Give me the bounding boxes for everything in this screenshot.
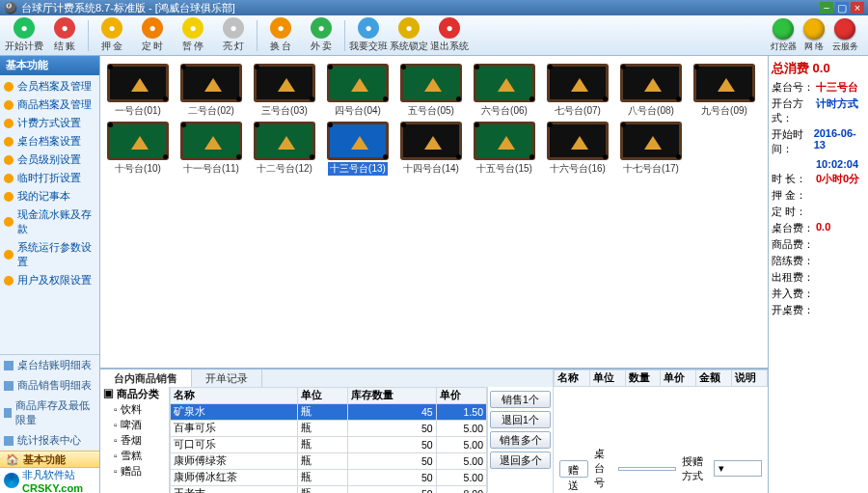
sidebar-item[interactable]: 商品档案及管理 (0, 96, 99, 114)
pool-icon (620, 122, 682, 160)
toolbar-icon: ● (54, 17, 75, 39)
pool-icon (180, 122, 242, 160)
status-灯控器[interactable]: 灯控器 (770, 18, 797, 53)
pool-table[interactable]: 十三号台(13) (324, 122, 392, 176)
product-table: 名称单位库存数量单价矿泉水瓶451.50百事可乐瓶505.00可口可乐瓶505.… (170, 387, 487, 493)
toolbar-押 金[interactable]: ●押 金 (92, 16, 132, 55)
pool-table[interactable]: 十号台(10) (104, 122, 172, 176)
toolbar-icon: ● (311, 17, 332, 39)
toolbar-icon: ● (358, 17, 379, 39)
pool-table[interactable]: 八号台(08) (617, 64, 685, 118)
sidebar-item[interactable]: 会员档案及管理 (0, 77, 99, 96)
max-button[interactable]: ▢ (835, 2, 849, 14)
pool-table[interactable]: 四号台(04) (324, 64, 392, 118)
sidebar-bar[interactable]: 🏠基本功能 (0, 451, 99, 468)
toolbar-亮 灯[interactable]: ●亮 灯 (213, 16, 254, 55)
toolbar-暂 停[interactable]: ●暂 停 (173, 16, 213, 55)
toolbar-结 账[interactable]: ●结 账 (44, 16, 85, 55)
close-button[interactable]: × (851, 2, 864, 14)
product-row[interactable]: 可口可乐瓶505.00 (171, 437, 487, 453)
product-row[interactable]: 矿泉水瓶451.50 (171, 404, 487, 421)
bullet-icon (4, 217, 14, 227)
info-row: 陪练费： (772, 254, 865, 268)
report-link[interactable]: 商品销售明细表 (0, 375, 99, 396)
sq-icon (4, 381, 14, 391)
product-row[interactable]: 康师傅冰红茶瓶505.00 (171, 470, 487, 486)
action-button[interactable]: 销售多个 (490, 431, 551, 449)
sidebar-item[interactable]: 计费方式设置 (0, 114, 99, 132)
sidebar-item[interactable]: 系统运行参数设置 (0, 238, 99, 271)
report-link[interactable]: 桌台结账明细表 (0, 355, 99, 375)
toolbar-系统锁定[interactable]: ●系统锁定 (389, 16, 429, 55)
pool-icon (327, 64, 389, 102)
toolbar-定 时[interactable]: ●定 时 (132, 16, 173, 55)
info-row: 定 时： (772, 205, 865, 219)
bullet-icon (4, 100, 14, 110)
table-select[interactable] (618, 467, 676, 471)
pool-table[interactable]: 六号台(06) (471, 64, 538, 118)
pool-icon (107, 122, 169, 160)
toolbar-退出系统[interactable]: ●退出系统 (429, 16, 470, 55)
app-icon: 🎱 (4, 2, 17, 14)
pool-table[interactable]: 十五号台(15) (471, 122, 538, 176)
pool-table[interactable]: 十六号台(16) (544, 122, 611, 176)
mode-select[interactable]: ▾ (714, 460, 762, 477)
bottom-pane: 台内商品销售开单记录 ▣ 商品分类 ▫ 饮料 ▫ 啤酒 ▫ 香烟 ▫ 雪糕 ▫ … (100, 368, 768, 493)
tree-node[interactable]: ▫ 啤酒 (100, 418, 169, 433)
status-网 络[interactable]: 网 络 (800, 18, 827, 53)
min-button[interactable]: − (820, 2, 833, 14)
bottom-tab[interactable]: 开单记录 (192, 370, 262, 387)
pool-table[interactable]: 十四号台(14) (397, 122, 465, 176)
status-dot-icon (834, 18, 855, 40)
bottom-tab[interactable]: 台内商品销售 (100, 370, 192, 387)
brand-footer[interactable]: 非凡软件站CRSKY.com (0, 468, 99, 493)
tree-node[interactable]: ▫ 雪糕 (100, 449, 169, 464)
order-table: 名称单位数量单价金额说明 (554, 370, 768, 387)
main-toolbar: ●开始计费●结 账●押 金●定 时●暂 停●亮 灯●换 台●外 卖●我要交班●系… (0, 15, 868, 56)
toolbar-icon: ● (101, 17, 122, 39)
tree-node[interactable]: ▫ 赠品 (100, 464, 169, 479)
gift-button[interactable]: 赠送→ (559, 460, 588, 478)
stats-center[interactable]: 统计报表中心 (0, 430, 99, 451)
action-button[interactable]: 退回多个 (490, 452, 551, 469)
sidebar-header: 基本功能 (0, 56, 99, 75)
sidebar-item[interactable]: 桌台档案设置 (0, 132, 99, 151)
action-button[interactable]: 退回1个 (490, 411, 551, 428)
toolbar-外 卖[interactable]: ●外 卖 (301, 16, 341, 55)
sidebar-item[interactable]: 临时打折设置 (0, 169, 99, 187)
info-row: 出租费： (772, 270, 865, 285)
report-link[interactable]: 商品库存及最低限量 (0, 396, 99, 430)
sidebar-item[interactable]: 我的记事本 (0, 187, 99, 205)
toolbar-换 台[interactable]: ●换 台 (260, 16, 301, 55)
product-row[interactable]: 百事可乐瓶505.00 (171, 421, 487, 437)
pool-icon (693, 64, 755, 102)
pool-table[interactable]: 二号台(02) (177, 64, 245, 118)
info-row: 押 金： (772, 188, 865, 203)
tree-node[interactable]: ▣ 商品分类 (100, 387, 169, 402)
pool-table[interactable]: 三号台(03) (251, 64, 318, 118)
sidebar-item[interactable]: 现金流水账及存款 (0, 205, 99, 238)
action-button[interactable]: 销售1个 (490, 391, 551, 408)
toolbar-icon: ● (182, 17, 203, 39)
brand-icon (4, 473, 19, 488)
product-row[interactable]: 康师傅绿茶瓶505.00 (171, 453, 487, 470)
pool-table[interactable]: 十一号台(11) (177, 122, 245, 176)
bullet-icon (4, 174, 14, 183)
info-row: 时 长：0小时0分 (772, 172, 865, 186)
pool-table[interactable]: 五号台(05) (397, 64, 465, 118)
toolbar-开始计费[interactable]: ●开始计费 (4, 16, 44, 55)
pool-table[interactable]: 一号台(01) (104, 64, 172, 118)
pool-icon (327, 122, 389, 160)
sidebar-item[interactable]: 用户及权限设置 (0, 271, 99, 289)
tree-node[interactable]: ▫ 香烟 (100, 433, 169, 449)
pool-table[interactable]: 十七号台(17) (617, 122, 685, 176)
pool-table[interactable]: 十二号台(12) (251, 122, 318, 176)
toolbar-我要交班[interactable]: ●我要交班 (348, 16, 389, 55)
total-cost: 总消费 0.0 (772, 60, 865, 77)
tree-node[interactable]: ▫ 饮料 (100, 402, 169, 418)
product-row[interactable]: 王老吉瓶508.00 (171, 486, 487, 494)
status-云服务[interactable]: 云服务 (831, 18, 858, 53)
sidebar-item[interactable]: 会员级别设置 (0, 151, 99, 169)
pool-table[interactable]: 七号台(07) (544, 64, 611, 118)
pool-table[interactable]: 九号台(09) (691, 64, 758, 118)
